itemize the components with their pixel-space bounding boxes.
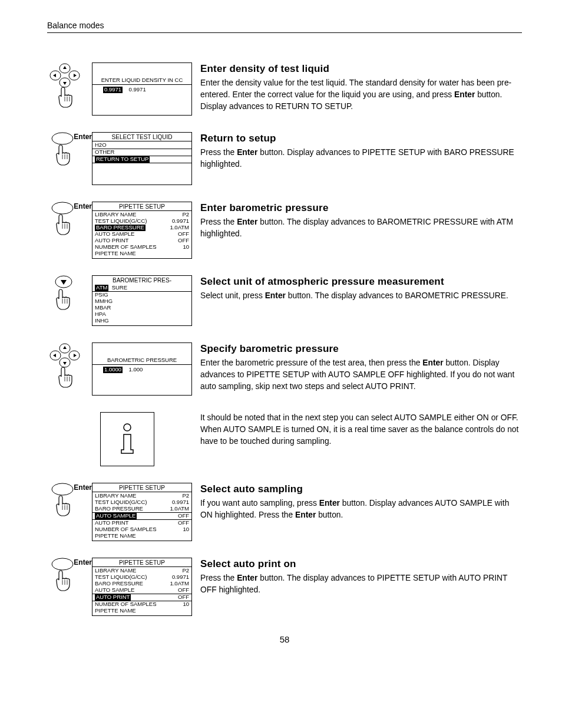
section-title: Select unit of atmospheric pressure meas… xyxy=(200,275,522,289)
step-text: Enter density of test liquidEnter the de… xyxy=(200,62,522,113)
header-title: Balance modes xyxy=(47,21,104,30)
section-body: Press the Enter button. The display adva… xyxy=(200,216,522,240)
section-title: Enter density of test liquid xyxy=(200,62,522,76)
instruction-step: It should be noted that in the next step… xyxy=(47,412,522,466)
step-visual: ENTER LIQUID DENSITY IN CC0.9971 0.9971 xyxy=(47,62,200,116)
step-visual: EnterPIPETTE SETUPLIBRARY NAMEP2TEST LIQ… xyxy=(47,202,200,259)
section-title: Select auto sampling xyxy=(200,483,522,496)
step-visual: EnterPIPETTE SETUPLIBRARY NAMEP2TEST LIQ… xyxy=(47,558,200,616)
dpad-icon xyxy=(47,62,88,108)
page-header: Balance modes xyxy=(47,20,522,33)
step-text: Specify barometric pressureEnter the bar… xyxy=(200,342,522,393)
section-body: It should be noted that in the next step… xyxy=(200,412,522,447)
section-body: Press the Enter button. Display advances… xyxy=(200,147,522,170)
lcd-display: PIPETTE SETUPLIBRARY NAMEP2TEST LIQUID(G… xyxy=(92,558,192,616)
svg-marker-3 xyxy=(53,74,56,77)
step-text: Select auto print onPress the Enter butt… xyxy=(200,558,522,596)
down-icon xyxy=(47,275,88,311)
lcd-display: PIPETTE SETUPLIBRARY NAMEP2TEST LIQUID(G… xyxy=(92,483,192,541)
dpad-icon xyxy=(47,342,88,388)
section-body: Enter the density value for the test liq… xyxy=(200,77,522,113)
step-text: Select auto samplingIf you want auto sam… xyxy=(200,483,522,521)
svg-marker-25 xyxy=(63,346,67,349)
svg-marker-5 xyxy=(74,74,77,77)
enter-label: Enter xyxy=(74,483,92,492)
step-visual: EnterSELECT TEST LIQUIDH2OOTHERRETURN TO… xyxy=(47,132,200,185)
instruction-step: EnterSELECT TEST LIQUIDH2OOTHERRETURN TO… xyxy=(47,132,522,185)
section-title: Return to setup xyxy=(200,132,522,146)
instruction-step: EnterPIPETTE SETUPLIBRARY NAMEP2TEST LIQ… xyxy=(47,202,522,259)
step-visual: BAROMETRIC PRES-ATM SUREPSIGMMHGMBARHPAI… xyxy=(47,275,200,326)
section-title: Select auto print on xyxy=(200,558,522,571)
step-visual: EnterPIPETTE SETUPLIBRARY NAMEP2TEST LIQ… xyxy=(47,483,200,541)
svg-point-35 xyxy=(124,424,131,431)
step-text: Enter barometric pressurePress the Enter… xyxy=(200,202,522,240)
lcd-display: BAROMETRIC PRES-ATM SUREPSIGMMHGMBARHPAI… xyxy=(92,275,192,326)
enter-icon: Enter xyxy=(47,132,88,166)
lcd-display: BAROMETRIC PRESSURE1.0000 1.000 xyxy=(92,342,192,396)
step-visual xyxy=(47,412,200,466)
instruction-step: ENTER LIQUID DENSITY IN CC0.9971 0.9971E… xyxy=(47,62,522,116)
instruction-step: BAROMETRIC PRESSURE1.0000 1.000Specify b… xyxy=(47,342,522,396)
enter-icon: Enter xyxy=(47,202,88,236)
section-body: Press the Enter button. The display adva… xyxy=(200,572,522,596)
step-text: Return to setupPress the Enter button. D… xyxy=(200,132,522,170)
enter-icon: Enter xyxy=(47,483,88,517)
section-body: Enter the barometric pressure of the tes… xyxy=(200,357,522,393)
instruction-step: EnterPIPETTE SETUPLIBRARY NAMEP2TEST LIQ… xyxy=(47,558,522,616)
step-text: It should be noted that in the next step… xyxy=(200,412,522,447)
enter-label: Enter xyxy=(74,202,92,211)
step-visual: BAROMETRIC PRESSURE1.0000 1.000 xyxy=(47,342,200,396)
step-text: Select unit of atmospheric pressure meas… xyxy=(200,275,522,302)
lcd-display: SELECT TEST LIQUIDH2OOTHERRETURN TO SETU… xyxy=(92,132,192,185)
lcd-display: ENTER LIQUID DENSITY IN CC0.9971 0.9971 xyxy=(92,62,192,116)
enter-icon: Enter xyxy=(47,558,88,592)
header-rule xyxy=(47,32,522,33)
lcd-display: PIPETTE SETUPLIBRARY NAMEP2TEST LIQUID(G… xyxy=(92,202,192,259)
section-body: If you want auto sampling, press Enter b… xyxy=(200,498,522,521)
enter-label: Enter xyxy=(74,558,92,567)
section-title: Specify barometric pressure xyxy=(200,342,522,356)
svg-marker-20 xyxy=(61,280,67,285)
svg-marker-1 xyxy=(63,66,67,69)
svg-marker-29 xyxy=(74,354,77,357)
instruction-step: BAROMETRIC PRES-ATM SUREPSIGMMHGMBARHPAI… xyxy=(47,275,522,326)
section-title: Enter barometric pressure xyxy=(200,202,522,215)
section-body: Select unit, press Enter button. The dis… xyxy=(200,290,522,302)
page-number: 58 xyxy=(47,634,522,645)
instruction-step: EnterPIPETTE SETUPLIBRARY NAMEP2TEST LIQ… xyxy=(47,483,522,541)
svg-marker-27 xyxy=(53,354,56,357)
enter-label: Enter xyxy=(74,132,92,141)
